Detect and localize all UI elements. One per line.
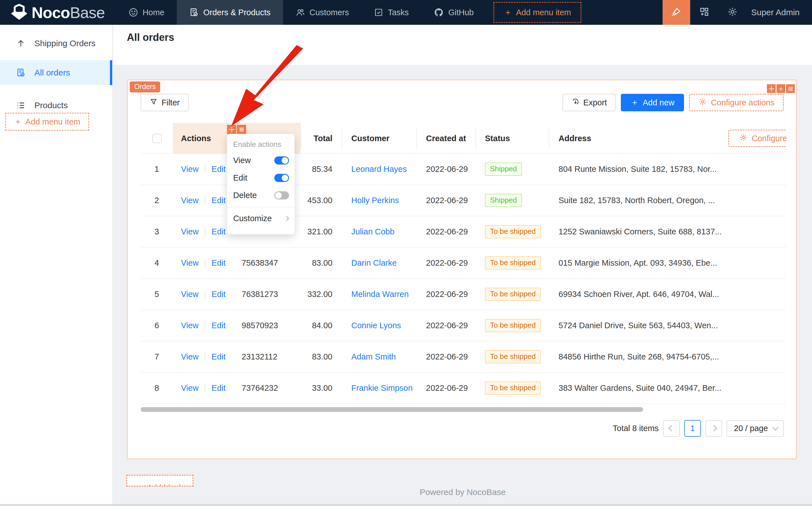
prev-page-button[interactable]	[663, 420, 680, 437]
view-link[interactable]: View	[181, 258, 199, 267]
customer-link[interactable]: Holly Perkins	[351, 196, 399, 205]
address-column-header: Address	[549, 123, 723, 154]
created-at: 2022-06-29	[417, 321, 475, 330]
link-divider	[205, 322, 205, 330]
status-badge: To be shipped	[485, 350, 541, 363]
edit-link[interactable]: Edit	[212, 321, 226, 330]
chevron-down-icon	[772, 424, 779, 431]
view-toggle[interactable]	[274, 156, 289, 165]
sidebar-add-menu-item-button[interactable]: ＋ Add menu item	[5, 113, 89, 131]
add-block-button[interactable]: ＋ Add block	[126, 475, 194, 487]
view-link[interactable]: View	[181, 196, 199, 205]
menu-item-customers[interactable]: Customers	[283, 0, 361, 25]
appstore-add-icon	[699, 6, 710, 18]
view-link[interactable]: View	[181, 289, 199, 299]
row-index: 8	[141, 384, 173, 393]
menu-item-tasks[interactable]: Tasks	[361, 0, 421, 25]
smiley-icon	[129, 8, 138, 17]
edit-link[interactable]: Edit	[212, 196, 226, 205]
edit-link[interactable]: Edit	[212, 384, 226, 393]
order-total: 85.34	[301, 165, 342, 174]
add-block-icon[interactable]: ＋	[777, 84, 785, 93]
next-page-button[interactable]	[706, 420, 722, 437]
popup-title: Enable actions	[227, 134, 295, 152]
status-badge: To be shipped	[485, 319, 541, 332]
delete-toggle[interactable]	[274, 191, 289, 199]
table-row: 7 ViewEdit 23132112 83.00 Adam Smith 202…	[141, 341, 786, 373]
customer-link[interactable]: Leonard Hayes	[351, 165, 407, 174]
edit-link[interactable]: Edit	[212, 352, 226, 361]
gear-icon	[739, 133, 748, 144]
chevron-right-icon	[284, 216, 289, 221]
order-total: 332.00	[301, 289, 342, 299]
settings-button[interactable]	[718, 0, 747, 25]
page-number-button[interactable]: 1	[684, 420, 701, 437]
menu-item-home[interactable]: Home	[116, 0, 177, 25]
edit-link[interactable]: Edit	[212, 258, 226, 267]
horizontal-scrollbar[interactable]	[141, 407, 643, 412]
sidebar-item-all-orders[interactable]: All orders	[0, 60, 112, 85]
edit-toggle[interactable]	[274, 174, 289, 182]
customer-link[interactable]: Adam Smith	[351, 352, 396, 361]
user-menu[interactable]: Super Admin	[747, 8, 812, 17]
filter-button[interactable]: Filter	[141, 94, 189, 111]
edit-link[interactable]: Edit	[212, 165, 226, 174]
popup-item-edit[interactable]: Edit	[227, 169, 295, 186]
menu-item-orders-products[interactable]: Orders & Products	[177, 0, 283, 25]
column-menu-icon[interactable]	[237, 125, 246, 134]
brand-name-light: Base	[70, 3, 105, 22]
block-designer-toolbar: ＋	[767, 84, 795, 93]
address: Suite 182, 15783, North Robert, Oregon, …	[549, 196, 723, 205]
row-index: 5	[141, 289, 173, 299]
customer-link[interactable]: Connie Lyons	[351, 321, 401, 330]
plugin-manager-button[interactable]	[690, 0, 718, 25]
configure-actions-button[interactable]: Configure actions	[689, 94, 784, 111]
popup-item-view[interactable]: View	[227, 152, 295, 169]
block-menu-icon[interactable]	[786, 84, 795, 93]
page-title: All orders	[127, 31, 812, 44]
download-icon	[572, 98, 579, 108]
nav-add-menu-item-button[interactable]: ＋ Add menu item	[494, 2, 581, 23]
menu-item-github[interactable]: GitHub	[421, 0, 486, 25]
top-navbar: NocoBase Home Orders & Products Customer…	[0, 0, 812, 25]
view-link[interactable]: View	[181, 384, 199, 393]
toolbar-right-actions: Export ＋ Add new Configure actions	[563, 94, 784, 111]
add-new-button[interactable]: ＋ Add new	[621, 94, 684, 111]
file-check-icon	[15, 68, 27, 78]
brand-logo[interactable]: NocoBase	[0, 0, 116, 25]
ui-editor-button[interactable]	[663, 0, 690, 25]
status-badge: Shipped	[485, 194, 522, 207]
created-at: 2022-06-29	[417, 258, 475, 268]
popup-item-delete[interactable]: Delete	[227, 186, 295, 204]
row-index: 6	[141, 321, 173, 330]
edit-link[interactable]: Edit	[212, 227, 226, 236]
drag-handle-icon[interactable]	[767, 84, 776, 93]
row-index: 4	[141, 258, 173, 268]
drag-handle-icon[interactable]	[227, 125, 236, 134]
status-badge: To be shipped	[485, 225, 541, 238]
pagination: Total 8 items 1 20 / page	[613, 420, 784, 437]
block-tag: Orders	[130, 81, 160, 92]
customer-link[interactable]: Frankie Simpson	[351, 384, 413, 393]
order-total: 321.00	[301, 227, 342, 236]
view-link[interactable]: View	[181, 352, 199, 361]
popup-item-customize[interactable]: Customize	[227, 210, 295, 227]
customer-link[interactable]: Melinda Warren	[351, 289, 409, 299]
chevron-left-icon	[668, 425, 675, 432]
address: 015 Margie Mission, Apt. 093, 34936, Ebe…	[549, 258, 723, 268]
configure-columns-cell: Configure columns	[723, 123, 786, 154]
bottom-divider	[0, 504, 812, 506]
edit-link[interactable]: Edit	[212, 289, 226, 299]
view-link[interactable]: View	[181, 227, 199, 236]
customer-link[interactable]: Darin Clarke	[351, 258, 397, 267]
app-root: NocoBase Home Orders & Products Customer…	[0, 0, 812, 506]
actions-designer-toolbar	[227, 125, 246, 134]
configure-columns-button[interactable]: Configure columns	[728, 130, 786, 147]
sidebar-item-shipping-orders[interactable]: Shipping Orders	[0, 31, 112, 56]
export-button[interactable]: Export	[563, 94, 616, 111]
customer-link[interactable]: Julian Cobb	[351, 227, 394, 236]
view-link[interactable]: View	[181, 165, 199, 174]
view-link[interactable]: View	[181, 321, 199, 330]
select-all-checkbox[interactable]	[152, 134, 161, 143]
page-size-select[interactable]: 20 / page	[727, 420, 784, 437]
